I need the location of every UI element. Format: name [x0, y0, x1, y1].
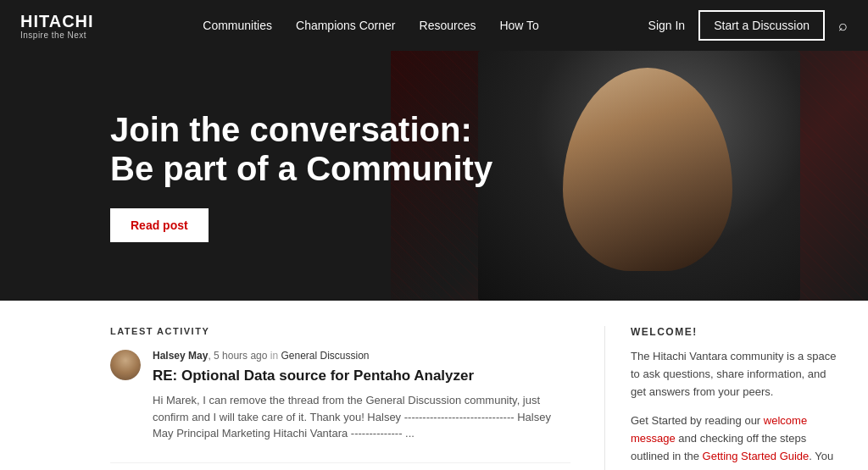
activity-item: Halsey May, 5 hours ago in General Discu…: [110, 350, 570, 463]
welcome-paragraph-2: Get Started by reading our welcome messa…: [631, 412, 843, 470]
activity-section-label: LATEST ACTIVITY: [110, 326, 570, 336]
hero-person-face: [563, 68, 732, 271]
sidebar-section: WELCOME! The Hitachi Vantara community i…: [605, 326, 868, 470]
hero-content: Join the conversation: Be part of a Comm…: [0, 110, 509, 242]
main-nav: Communities Champions Corner Resources H…: [203, 19, 539, 32]
activity-body: Halsey May, 5 hours ago in General Discu…: [153, 350, 570, 442]
hero-section: Join the conversation: Be part of a Comm…: [0, 51, 868, 301]
welcome-label: WELCOME!: [631, 326, 843, 338]
activity-text: Hi Marek, I can remove the thread from t…: [153, 392, 570, 442]
nav-communities[interactable]: Communities: [203, 19, 272, 32]
nav-resources[interactable]: Resources: [420, 19, 476, 32]
start-discussion-button[interactable]: Start a Discussion: [698, 10, 825, 41]
activity-time: 5 hours ago: [214, 350, 267, 362]
hero-title: Join the conversation: Be part of a Comm…: [110, 110, 509, 188]
logo-tagline: Inspire the Next: [20, 30, 94, 40]
header: HITACHI Inspire the Next Communities Cha…: [0, 0, 868, 51]
nav-champions-corner[interactable]: Champions Corner: [296, 19, 396, 32]
activity-in-label: in: [270, 350, 278, 362]
logo: HITACHI Inspire the Next: [20, 12, 94, 40]
nav-how-to[interactable]: How To: [499, 19, 538, 32]
avatar-image: [110, 350, 141, 380]
logo-hitachi-text: HITACHI: [20, 12, 94, 30]
avatar: [110, 350, 141, 380]
hero-person-image: [478, 51, 800, 301]
search-icon: ⌕: [838, 17, 848, 34]
activity-author: Halsey May: [153, 350, 208, 362]
activity-section: LATEST ACTIVITY Halsey May, 5 hours ago …: [0, 326, 605, 470]
activity-title[interactable]: RE: Optional Data source for Pentaho Ana…: [153, 367, 570, 385]
main-content: LATEST ACTIVITY Halsey May, 5 hours ago …: [0, 301, 868, 470]
search-icon-button[interactable]: ⌕: [838, 17, 848, 35]
welcome-paragraph-1: The Hitachi Vantara community is a space…: [631, 348, 843, 401]
activity-community: General Discussion: [281, 350, 369, 362]
read-post-button[interactable]: Read post: [110, 208, 209, 242]
welcome-link-guide[interactable]: Getting Started Guide: [703, 450, 810, 462]
activity-meta: Halsey May, 5 hours ago in General Discu…: [153, 350, 570, 362]
welcome-p2-prefix: Get Started by reading our: [631, 414, 764, 427]
header-actions: Sign In Start a Discussion ⌕: [648, 10, 848, 41]
sign-in-button[interactable]: Sign In: [648, 19, 686, 32]
